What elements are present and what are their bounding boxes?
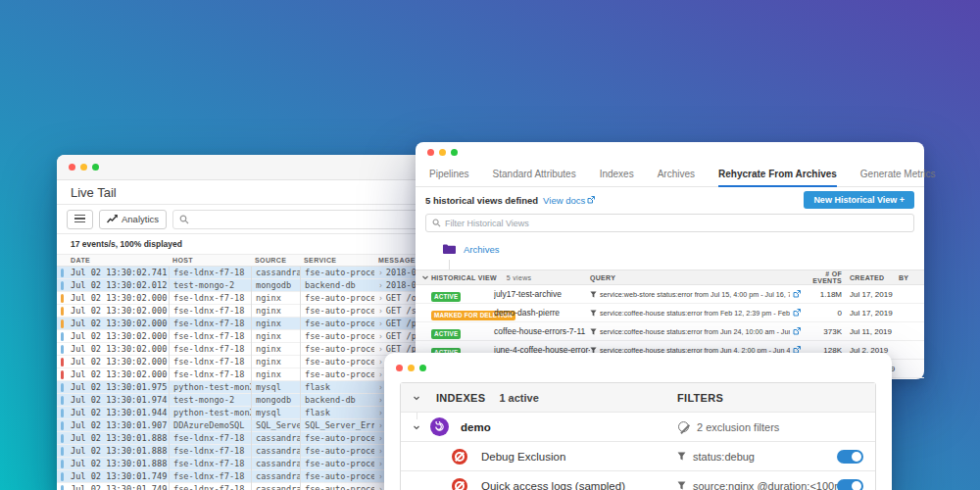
expand-caret-icon: › [378,409,383,417]
chevron-down-icon[interactable] [421,273,429,281]
log-date: Jul 02 13:30:01.749 [67,483,169,490]
log-source: cassandra [251,458,300,470]
query-text: service:web-store status:error from Jul … [600,290,790,299]
log-row[interactable]: Jul 02 13:30:01.975 python-test-mon2 mys… [57,381,431,394]
exclusion-filters-summary: 2 exclusion filters [697,421,779,433]
close-button[interactable] [396,365,403,371]
log-level-bar [61,281,64,290]
expand-caret-icon: › [378,358,383,367]
index-row-demo[interactable]: demo 2 exclusion filters [401,413,875,442]
historical-view-row[interactable]: MARKED FOR DELETION demo-dash-pierre ser… [416,304,924,322]
log-row[interactable]: Jul 02 13:30:02.000 fse-ldnx-f7-18 nginx… [57,305,431,318]
expand-caret-icon: › [378,281,383,290]
historical-view-row[interactable]: ACTIVE july17-test-archive service:web-s… [416,285,924,304]
log-row[interactable]: Jul 02 13:30:01.749 fse-ldnx-f7-18 cassa… [57,483,431,490]
col-created: CREATED [842,274,895,281]
exclusion-filters-body: Debug Exclusion status:debug Quick acces… [401,442,875,490]
log-host: fse-ldnx-f7-18 [169,445,251,458]
col-date: DATE [67,257,169,264]
tree-line [416,412,417,419]
log-level-bar [61,396,64,405]
chevron-down-icon[interactable] [413,423,420,431]
filter-views-input[interactable] [445,219,907,228]
tab-label: Indexes [600,169,634,179]
filter-enabled-toggle[interactable] [837,450,863,464]
view-docs-label: View docs [543,195,585,206]
log-row[interactable]: Jul 02 13:30:01.907 DDAzureDemoSQL SQL_S… [57,419,431,432]
tab[interactable]: Pipelines [429,169,469,186]
log-host: test-mongo-2 [169,279,251,292]
expand-caret-icon: › [378,370,383,379]
log-row[interactable]: Jul 02 13:30:02.000 fse-ldnx-f7-18 nginx… [57,292,431,305]
filter-funnel-icon [677,481,686,490]
open-in-new-icon[interactable] [793,309,801,317]
log-row[interactable]: Jul 02 13:30:01.944 python-test-mon2 mys… [57,407,431,419]
analytics-button[interactable]: Analytics [99,210,167,229]
zoom-button[interactable] [419,365,426,371]
log-row[interactable]: Jul 02 13:30:02.000 fse-ldnx-f7-18 nginx… [57,343,431,356]
zoom-button[interactable] [451,149,458,156]
log-row[interactable]: Jul 02 13:30:02.000 fse-ldnx-f7-18 nginx… [57,356,431,368]
log-service: fse-auto-process [300,483,374,490]
open-in-new-icon[interactable] [793,327,801,335]
filter-funnel-icon [677,452,686,461]
tab[interactable]: Indexes [600,169,634,186]
log-row[interactable]: Jul 02 13:30:02.000 fse-ldnx-f7-18 nginx… [57,368,431,381]
archives-folder-row[interactable]: Archives [416,238,924,260]
log-row[interactable]: Jul 02 13:30:02.012 test-mongo-2 mongodb… [57,279,431,292]
log-source: nginx [251,292,300,305]
chevron-down-icon[interactable] [413,394,420,402]
list-view-button[interactable] [67,210,93,229]
log-service: backend-db [300,279,374,292]
view-docs-link[interactable]: View docs [543,195,595,206]
log-host: fse-ldnx-f7-18 [169,432,251,445]
new-historical-view-button[interactable]: New Historical View + [804,191,914,209]
view-name: coffee-house-errors-7-11 [494,326,590,336]
exclusion-filter-row[interactable]: Quick access logs (sampled) source:nginx… [401,471,875,490]
close-button[interactable] [427,149,434,156]
log-date: Jul 02 13:30:01.907 [67,419,169,432]
active-count: 1 active [499,392,538,404]
col-historical-view: HISTORICAL VIEW [431,274,497,281]
open-in-new-icon[interactable] [793,290,801,298]
exclusion-filter-row[interactable]: Debug Exclusion status:debug [401,442,875,471]
filter-enabled-toggle[interactable] [837,479,863,490]
historical-view-row[interactable]: ACTIVE coffee-house-errors-7-11 service:… [416,322,924,341]
log-level-bar [61,370,64,379]
tree-connector [416,260,924,270]
view-query: service:coffee-house status:error from F… [590,309,801,318]
log-row[interactable]: Jul 02 13:30:01.749 fse-ldnx-f7-18 cassa… [57,470,431,483]
col-events: # OF EVENTS [801,270,842,284]
log-source: mongodb [251,394,300,407]
log-date: Jul 02 13:30:02.000 [67,356,169,368]
minimize-button[interactable] [439,149,446,156]
status-badge: ACTIVE [431,292,461,302]
zoom-button[interactable] [92,164,99,171]
archives-folder-label: Archives [464,244,499,255]
log-host: fse-ldnx-f7-18 [169,305,251,318]
log-row[interactable]: Jul 02 13:30:02.741 fse-ldnx-f7-18 cassa… [57,267,431,279]
log-host: python-test-mon2 [169,407,251,419]
tab[interactable]: Archives [658,169,695,186]
log-service: SQL_Server_Error_L… [300,419,374,432]
log-row[interactable]: Jul 02 13:30:02.000 fse-ldnx-f7-18 nginx… [57,318,431,330]
log-row[interactable]: Jul 02 13:30:01.888 fse-ldnx-f7-18 cassa… [57,458,431,470]
log-date: Jul 02 13:30:01.888 [67,445,169,458]
tab[interactable]: Rehycrate From Archives [718,169,837,186]
tab[interactable]: Standard Attributes [493,169,576,186]
log-row[interactable]: Jul 02 13:30:02.000 fse-ldnx-f7-18 nginx… [57,330,431,343]
log-row[interactable]: Jul 02 13:30:01.888 fse-ldnx-f7-18 cassa… [57,432,431,445]
filter-views-search[interactable] [425,214,914,232]
log-row[interactable]: Jul 02 13:30:01.888 fse-ldnx-f7-18 cassa… [57,445,431,458]
minimize-button[interactable] [80,164,87,171]
created-date: Jul 17, 2019 [842,290,895,299]
status-badge: ACTIVE [431,329,461,339]
log-host: DDAzureDemoSQL [169,419,251,432]
log-row[interactable]: Jul 02 13:30:01.974 test-mongo-2 mongodb… [57,394,431,407]
tab[interactable]: Generate Metrics [860,169,936,186]
log-date: Jul 02 13:30:01.974 [67,394,169,407]
window-titlebar [384,353,892,382]
live-tail-search-input[interactable] [172,210,421,229]
close-button[interactable] [69,164,75,171]
minimize-button[interactable] [408,365,415,371]
